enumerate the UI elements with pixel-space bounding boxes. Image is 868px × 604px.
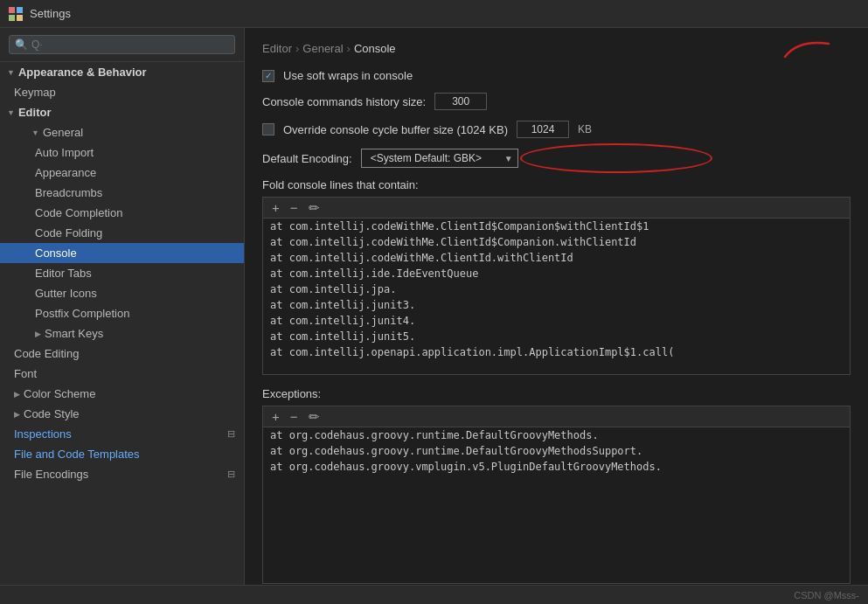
search-input[interactable]	[31, 38, 229, 51]
content-inner: Editor › General › Console Use soft wrap…	[262, 42, 851, 584]
sidebar-item-code-completion[interactable]: Code Completion	[0, 203, 244, 223]
list-item[interactable]: at org.codehaus.groovy.vmplugin.v5.Plugi…	[263, 459, 850, 475]
fold-console-section: Fold console lines that contain: + − ✏ a…	[262, 178, 851, 375]
soft-wrap-checkbox[interactable]	[262, 70, 274, 82]
sidebar-item-keymap[interactable]: Keymap	[0, 82, 244, 102]
breadcrumb-general: General	[302, 42, 343, 55]
cycle-buffer-unit: KB	[578, 123, 592, 135]
sidebar-item-code-folding[interactable]: Code Folding	[0, 223, 244, 243]
list-item[interactable]: at com.intellij.openapi.application.impl…	[263, 344, 850, 360]
encoding-label: Default Encoding:	[262, 152, 352, 165]
chevron-down-icon: ▼	[7, 68, 15, 77]
list-item[interactable]: at com.intellij.junit3.	[263, 297, 850, 313]
breadcrumb-sep-2: ›	[347, 42, 351, 55]
chevron-down-icon: ▼	[31, 128, 39, 137]
exceptions-add-button[interactable]: +	[270, 410, 281, 423]
sidebar-item-appearance-behavior[interactable]: ▼ Appearance & Behavior	[0, 62, 244, 82]
content-area: Editor › General › Console Use soft wrap…	[245, 28, 868, 585]
bottom-bar-text: CSDN @Msss-	[794, 590, 859, 601]
sidebar-item-smart-keys[interactable]: ▶ Smart Keys	[0, 323, 244, 344]
sidebar: 🔍 ▼ Appearance & Behavior Keymap ▼ Edito…	[0, 28, 245, 585]
sidebar-item-auto-import[interactable]: Auto Import	[0, 142, 244, 163]
sidebar-item-breadcrumbs[interactable]: Breadcrumbs	[0, 183, 244, 203]
svg-rect-3	[17, 15, 23, 21]
main-layout: 🔍 ▼ Appearance & Behavior Keymap ▼ Edito…	[0, 28, 868, 585]
encoding-select-wrapper: <System Default: GBK> UTF-8 ISO-8859-1 G…	[361, 149, 518, 168]
list-item[interactable]: at com.intellij.ide.IdeEventQueue	[263, 266, 850, 281]
exceptions-label: Exceptions:	[262, 387, 851, 400]
list-item[interactable]: at org.codehaus.groovy.runtime.DefaultGr…	[263, 443, 850, 459]
chevron-right-icon: ▶	[35, 330, 41, 338]
sidebar-item-general[interactable]: ▼ General	[0, 122, 244, 142]
sidebar-item-code-editing[interactable]: Code Editing	[0, 344, 244, 364]
fold-add-button[interactable]: +	[270, 201, 281, 214]
list-item[interactable]: at com.intellij.junit5.	[263, 329, 850, 344]
list-item[interactable]: at com.intellij.junit4.	[263, 313, 850, 329]
breadcrumb-console: Console	[354, 42, 396, 55]
list-item[interactable]: at com.intellij.codeWithMe.ClientId.with…	[263, 250, 850, 266]
app-icon	[9, 7, 23, 21]
list-item[interactable]: at com.intellij.codeWithMe.ClientId$Comp…	[263, 234, 850, 250]
history-size-row: Console commands history size:	[262, 93, 851, 110]
svg-rect-2	[9, 15, 15, 21]
fold-list: at com.intellij.codeWithMe.ClientId$Comp…	[262, 218, 851, 375]
sidebar-item-postfix-completion[interactable]: Postfix Completion	[0, 303, 244, 323]
search-wrapper[interactable]: 🔍	[9, 35, 235, 54]
title-bar-text: Settings	[30, 7, 71, 20]
exceptions-edit-button[interactable]: ✏	[307, 410, 322, 423]
exceptions-section: Exceptions: + − ✏ at org.codehaus.groovy…	[262, 387, 851, 584]
breadcrumb-editor: Editor	[262, 42, 292, 55]
sidebar-item-gutter-icons[interactable]: Gutter Icons	[0, 283, 244, 303]
list-item[interactable]: at com.intellij.codeWithMe.ClientId$Comp…	[263, 219, 850, 234]
svg-rect-0	[9, 7, 15, 13]
title-bar: Settings	[0, 0, 868, 28]
search-icon: 🔍	[15, 38, 28, 51]
bottom-bar: CSDN @Msss-	[0, 585, 868, 604]
cycle-buffer-label[interactable]: Override console cycle buffer size (1024…	[283, 123, 508, 136]
encoding-select[interactable]: <System Default: GBK> UTF-8 ISO-8859-1 G…	[361, 149, 518, 168]
sidebar-item-editor[interactable]: ▼ Editor	[0, 102, 244, 122]
sidebar-item-color-scheme[interactable]: ▶ Color Scheme	[0, 384, 244, 404]
external-icon: ⊟	[227, 469, 235, 480]
chevron-right-icon: ▶	[14, 410, 20, 419]
list-item[interactable]: at org.codehaus.groovy.runtime.DefaultGr…	[263, 427, 850, 443]
cycle-buffer-checkbox[interactable]	[262, 123, 274, 135]
sidebar-item-font[interactable]: Font	[0, 364, 244, 384]
fold-remove-button[interactable]: −	[288, 201, 300, 214]
search-bar: 🔍	[0, 28, 244, 62]
cycle-buffer-input[interactable]	[517, 121, 569, 138]
history-size-label: Console commands history size:	[262, 95, 426, 108]
exceptions-toolbar: + − ✏	[262, 406, 851, 427]
red-oval-annotation	[520, 143, 712, 173]
exceptions-remove-button[interactable]: −	[288, 410, 300, 423]
sidebar-item-file-encodings[interactable]: File Encodings ⊟	[0, 464, 244, 484]
external-icon: ⊟	[227, 428, 235, 440]
chevron-down-icon: ▼	[7, 108, 15, 117]
fold-edit-button[interactable]: ✏	[307, 201, 322, 214]
breadcrumb: Editor › General › Console	[262, 42, 851, 55]
encoding-row: Default Encoding: <System Default: GBK> …	[262, 149, 851, 168]
nav-tree: ▼ Appearance & Behavior Keymap ▼ Editor …	[0, 62, 244, 585]
soft-wrap-row: Use soft wraps in console	[262, 69, 851, 82]
chevron-right-icon: ▶	[14, 390, 20, 399]
sidebar-item-console[interactable]: Console	[0, 243, 244, 263]
breadcrumb-sep-1: ›	[295, 42, 299, 55]
history-size-input[interactable]	[434, 93, 487, 110]
fold-list-toolbar: + − ✏	[262, 197, 851, 218]
exceptions-list: at org.codehaus.groovy.runtime.DefaultGr…	[262, 427, 851, 584]
soft-wrap-label[interactable]: Use soft wraps in console	[283, 69, 413, 82]
cycle-buffer-row: Override console cycle buffer size (1024…	[262, 121, 851, 138]
sidebar-item-inspections[interactable]: Inspections ⊟	[0, 424, 244, 444]
svg-rect-1	[17, 7, 23, 13]
fold-console-label: Fold console lines that contain:	[262, 178, 851, 191]
sidebar-item-code-style[interactable]: ▶ Code Style	[0, 404, 244, 424]
list-item[interactable]: at com.intellij.jpa.	[263, 281, 850, 297]
sidebar-item-appearance[interactable]: Appearance	[0, 163, 244, 183]
sidebar-item-editor-tabs[interactable]: Editor Tabs	[0, 263, 244, 283]
sidebar-item-file-code-templates[interactable]: File and Code Templates	[0, 444, 244, 464]
